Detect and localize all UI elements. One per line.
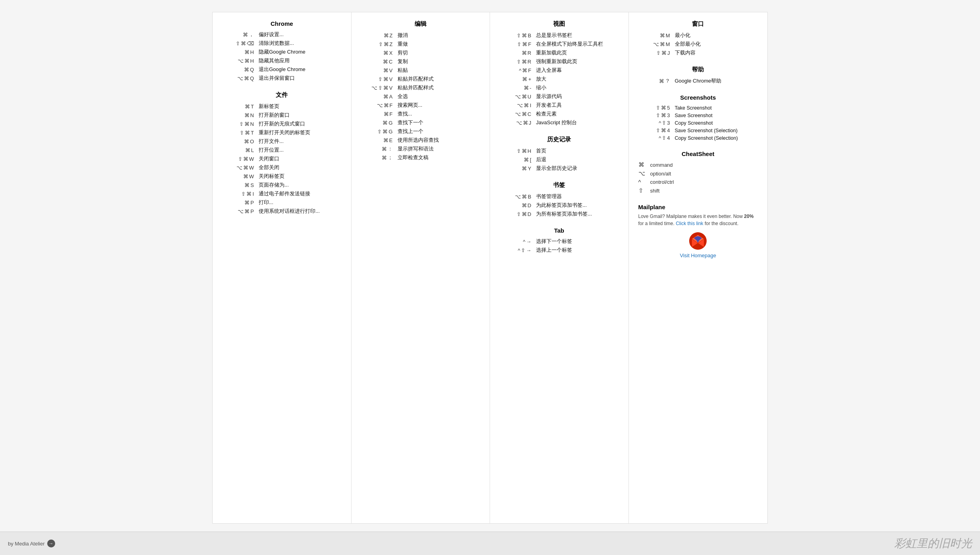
shortcut-keys: ⌘O xyxy=(222,139,254,145)
shortcut-label: 搜索网页... xyxy=(394,102,480,109)
shortcut-row: ⌥⌘J JavaScript 控制台 xyxy=(500,119,619,126)
shortcut-keys: ⌥⌘M xyxy=(638,41,670,47)
shortcut-label: 进入全屏幕 xyxy=(533,67,619,74)
section-title-tab: Tab xyxy=(500,227,619,234)
section-title-screenshots: Screenshots xyxy=(638,94,758,101)
shortcut-label: 页面存储为... xyxy=(256,181,342,189)
shortcut-label: 粘贴并匹配样式 xyxy=(394,84,480,91)
shortcut-keys: ⌘- xyxy=(500,85,531,91)
shortcut-row: ⌘M 最小化 xyxy=(638,32,758,39)
shortcut-row: ⇧⌘H 首页 xyxy=(500,147,619,154)
shortcut-row: ^⇧4 Copy Screenshot (Selection) xyxy=(638,135,758,141)
shortcut-keys: ⌥⌘F xyxy=(361,102,393,108)
shortcut-row: ⌥⌘F 搜索网页... xyxy=(361,102,480,109)
shortcut-label: 剪切 xyxy=(394,49,480,56)
footer: by Media Atelier → 彩虹里的旧时光 xyxy=(0,532,980,555)
section-title-help: 帮助 xyxy=(638,66,758,73)
shortcut-row: ⌘P 打印... xyxy=(222,199,342,206)
shortcut-keys: ⌥⌘Q xyxy=(222,75,254,81)
shortcut-keys: ⇧⌘4 xyxy=(638,127,670,133)
legend-row: ⌘ command xyxy=(638,161,758,168)
shortcut-row: ⇧⌘W 关闭窗口 xyxy=(222,155,342,162)
shortcut-row: ^⇧→ 选择上一个标签 xyxy=(500,247,619,254)
shortcut-row: ⇧⌘N 打开新的无痕式窗口 xyxy=(222,120,342,127)
shortcut-label: 下载内容 xyxy=(672,49,758,56)
shortcut-row: ⌘N 打开新的窗口 xyxy=(222,112,342,119)
shortcut-label: 退出Google Chrome xyxy=(256,66,342,73)
shortcut-keys: ⌥⇧⌘V xyxy=(361,85,393,91)
shortcut-keys: ⌥⌘H xyxy=(222,58,254,64)
shortcut-row: ⌘S 页面存储为... xyxy=(222,181,342,189)
shortcut-label: 查找... xyxy=(394,110,480,118)
section-title-chrome: Chrome xyxy=(222,20,342,27)
shortcut-keys: ⌘？ xyxy=(638,77,670,85)
section-history: 历史记录 ⇧⌘H 首页 ⌘[ 后退 ⌘Y 显示全部历史记录 xyxy=(500,136,619,172)
shortcut-row: ⌘X 剪切 xyxy=(361,49,480,56)
shortcut-keys: ⇧⌘T xyxy=(222,130,254,136)
shortcut-keys: ⇧⌘3 xyxy=(638,112,670,118)
shortcut-row: ⇧⌘B 总是显示书签栏 xyxy=(500,32,619,39)
shortcut-label: 重新打开关闭的标签页 xyxy=(256,129,342,136)
shortcut-label: 打开位置... xyxy=(256,146,342,154)
mailplane-title: Mailplane xyxy=(638,204,758,210)
shortcut-label: 新标签页 xyxy=(256,103,342,110)
shortcut-label: 总是显示书签栏 xyxy=(533,32,619,39)
shortcut-row: ⇧⌘⌫ 清除浏览数据... xyxy=(222,40,342,47)
shortcut-label: 全选 xyxy=(394,93,480,100)
section-title-window: 窗口 xyxy=(638,20,758,28)
shortcut-keys: ⌘F xyxy=(361,111,393,117)
shortcut-keys: ⌘V xyxy=(361,67,393,73)
shortcut-row: ⌥⌘I 开发者工具 xyxy=(500,102,619,109)
shortcut-row: ⇧⌘Z 重做 xyxy=(361,40,480,48)
shortcut-label: Take Screenshot xyxy=(672,105,758,111)
shortcut-label: 全部关闭 xyxy=(256,164,342,171)
shortcut-keys: ⌘D xyxy=(500,202,531,208)
footer-arrow-icon[interactable]: → xyxy=(47,540,55,547)
shortcut-keys: ⇧⌘J xyxy=(638,50,670,56)
shortcut-row: ⌘A 全选 xyxy=(361,93,480,100)
shortcut-keys: ⇧⌘5 xyxy=(638,105,670,111)
shortcut-keys: ^⇧→ xyxy=(500,247,531,253)
mailplane-logo-area: Visit Homepage xyxy=(638,231,758,258)
footer-left: by Media Atelier → xyxy=(8,540,55,547)
shortcut-label: 全部最小化 xyxy=(672,40,758,48)
shortcut-label: 撤消 xyxy=(394,32,480,39)
shortcut-label: 打开文件... xyxy=(256,138,342,145)
section-title-bookmarks: 书签 xyxy=(500,181,619,189)
shortcut-keys: ⌘X xyxy=(361,50,393,56)
section-title-view: 视图 xyxy=(500,20,619,28)
main-content: Chrome ⌘， 偏好设置... ⇧⌘⌫ 清除浏览数据... ⌘H 隐藏Goo… xyxy=(0,0,980,532)
mailplane-link[interactable]: Click this link xyxy=(676,221,703,226)
visit-homepage-link[interactable]: Visit Homepage xyxy=(680,252,716,258)
shortcut-keys: ⌥⌘C xyxy=(500,111,531,117)
shortcut-label: 后退 xyxy=(533,156,619,163)
shortcut-row: ⌥⌘W 全部关闭 xyxy=(222,164,342,171)
shortcut-label: 显示源代码 xyxy=(533,93,619,100)
shortcut-label: Copy Screenshot (Selection) xyxy=(672,135,758,141)
shortcut-keys: ⇧⌘R xyxy=(500,59,531,65)
shortcut-label: Save Screenshot (Selection) xyxy=(672,128,758,133)
shortcut-row: ⌘H 隐藏Google Chrome xyxy=(222,48,342,56)
shortcut-label: 使用所选内容查找 xyxy=(394,137,480,144)
shortcut-label: 打开新的窗口 xyxy=(256,112,342,119)
shortcut-row: ⌘Q 退出Google Chrome xyxy=(222,66,342,73)
shortcut-row: ⌘T 新标签页 xyxy=(222,103,342,110)
shortcut-row: ⇧⌘D 为所有标签页添加书签... xyxy=(500,210,619,218)
shortcut-keys: ⌘T xyxy=(222,104,254,110)
shortcut-label: 缩小 xyxy=(533,84,619,91)
shortcut-row: ⇧⌘J 下载内容 xyxy=(638,49,758,56)
shortcut-row: ⌥⌘U 显示源代码 xyxy=(500,93,619,100)
shortcut-row: ⌘R 重新加载此页 xyxy=(500,49,619,56)
shortcut-label: 退出并保留窗口 xyxy=(256,75,342,82)
shortcut-keys: ^⌘F xyxy=(500,67,531,73)
shortcut-keys: ⇧⌘⌫ xyxy=(222,40,254,46)
shortcut-keys: ⌘C xyxy=(361,59,393,65)
shortcut-label: 隐藏Google Chrome xyxy=(256,48,342,56)
shortcut-keys: ⌘W xyxy=(222,173,254,179)
shortcut-keys: ⌥⌘U xyxy=(500,94,531,100)
shortcut-keys: ⌘E xyxy=(361,137,393,143)
shortcut-row: ⌘Y 显示全部历史记录 xyxy=(500,165,619,172)
shortcut-label: Save Screenshot xyxy=(672,113,758,118)
shortcut-label: 隐藏其他应用 xyxy=(256,57,342,64)
shortcut-label: 立即检查文稿 xyxy=(394,154,480,161)
